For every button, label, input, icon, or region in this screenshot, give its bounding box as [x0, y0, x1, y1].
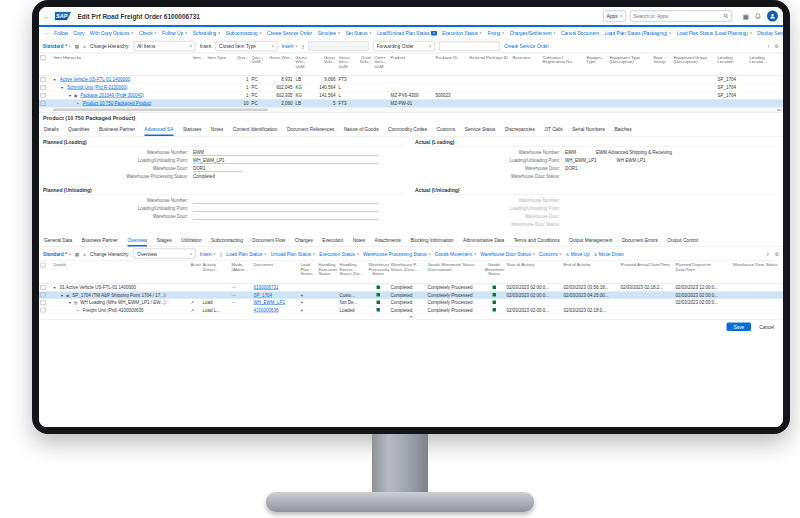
- tab-commodity-codes[interactable]: Commodity Codes: [388, 127, 427, 137]
- search-input[interactable]: Search in: Apps: [630, 11, 732, 22]
- toolbar-button-cancel-document[interactable]: Cancel Document: [561, 30, 599, 36]
- overview-column-item[interactable]: Handling Execution Status: [317, 263, 338, 277]
- row-checkbox[interactable]: [39, 285, 52, 290]
- tab-serial-numbers[interactable]: Serial Numbers: [572, 127, 605, 137]
- overview-column-item[interactable]: Warehouse Door Status: [731, 263, 783, 268]
- field-value-loading-unloading-point[interactable]: [193, 206, 378, 212]
- tab-output-control[interactable]: Output Control: [667, 237, 698, 247]
- items-column-item[interactable]: Gross Wei... UoM: [294, 55, 310, 69]
- back-icon[interactable]: ←: [44, 12, 51, 20]
- expand-caret-icon[interactable]: •: [77, 308, 78, 313]
- overview-bar-item-move-up[interactable]: ∧ Move Up: [566, 251, 590, 257]
- overview-table-row[interactable]: ▾ ▤ WH Loading (Whs WH_EWM_LP1 / EW...) …: [39, 299, 783, 307]
- toolbar-button-with-copy-options[interactable]: With Copy Options ∨: [90, 30, 134, 36]
- items-column-item[interactable]: Qua...: [229, 55, 250, 60]
- tab-notes[interactable]: Notes: [211, 127, 223, 137]
- items-column-item[interactable]: Outer Volu...: [352, 55, 373, 64]
- items-column-item[interactable]: Container / Registration No.: [541, 55, 585, 64]
- horizontal-scrollbar[interactable]: ◂ ▸: [39, 108, 783, 114]
- overview-column-item[interactable]: Goods Movement Status: [483, 263, 505, 277]
- items-column-item[interactable]: Item: [191, 55, 206, 60]
- overview-bar-item-move-down[interactable]: ∨ Move Down: [594, 251, 624, 257]
- items-column-item[interactable]: Loading Location: [716, 55, 748, 64]
- expand-caret-icon[interactable]: ▾: [69, 301, 71, 306]
- expand-caret-icon[interactable]: ▾: [54, 286, 56, 291]
- field-value-warehouse-processing-status[interactable]: Completed: [193, 174, 215, 179]
- tab-administrative-data[interactable]: Administrative Data: [463, 237, 504, 247]
- items-bar-item-document-number-input[interactable]: [439, 42, 500, 51]
- item-link[interactable]: Schmidt Unit (Prd R-0100000): [67, 85, 127, 90]
- tab-output-management[interactable]: Output Management: [569, 237, 612, 247]
- row-checkbox[interactable]: [39, 93, 52, 98]
- overview-column-item[interactable]: Mode... (Abbre...: [230, 263, 252, 272]
- tab-customs[interactable]: Customs: [437, 127, 456, 137]
- toolbar-button-set-status[interactable]: Set Status ∨: [346, 30, 372, 36]
- overview-column-item[interactable]: Goods Movement Status (Description): [426, 263, 483, 272]
- toolbar-button-simulate[interactable]: Simulate ∨: [318, 30, 341, 36]
- overview-column-item[interactable]: Activity: [189, 263, 201, 268]
- overview-bar-item-insert[interactable]: Insert ∨: [200, 251, 216, 257]
- overview-bar-item-warehouse-door-status[interactable]: Warehouse Door Status ∨: [480, 251, 535, 257]
- tab-content-identification[interactable]: Content Identification: [233, 127, 278, 137]
- save-button[interactable]: Save: [726, 322, 751, 331]
- tab-business-partner[interactable]: Business Partner: [99, 127, 135, 137]
- tab-business-partner[interactable]: Business Partner: [82, 237, 118, 247]
- tab-terms-and-conditions[interactable]: Terms and Conditions: [514, 237, 560, 247]
- toolbar-button-check[interactable]: Check ∨: [139, 30, 157, 36]
- overview-bar-table-settings-icon[interactable]: ⚙: [775, 251, 779, 257]
- tab-quantities[interactable]: Quantities: [68, 127, 89, 137]
- document-link[interactable]: 6100006731: [254, 285, 279, 290]
- tab-stages[interactable]: Stages: [157, 237, 172, 247]
- toolbar-button-load-unload-plan-status[interactable]: Load/Unload Plan Status ∨: [377, 30, 437, 36]
- items-bar-table-settings-icon[interactable]: ⚙: [775, 43, 779, 49]
- row-checkbox[interactable]: [39, 77, 52, 82]
- items-bar-item-list-view-icon[interactable]: ≡: [83, 43, 86, 49]
- overview-bar-item-unload-plan-status[interactable]: Unload Plan Status ∨: [271, 251, 316, 257]
- items-bar-item-create-service-order[interactable]: Create Service Order: [504, 43, 549, 49]
- tab-execution[interactable]: Execution: [322, 237, 343, 247]
- overview-column-item[interactable]: Activity (Descr...: [201, 263, 230, 272]
- overview-column-item[interactable]: End of Activity: [562, 263, 619, 268]
- tab-charges[interactable]: Charges: [295, 237, 313, 247]
- items-bar-item-delete-trash-icon[interactable]: ▯: [302, 43, 305, 49]
- tab-document-flow[interactable]: Document Flow: [252, 237, 285, 247]
- tab-nature-of-goods[interactable]: Nature of Goods: [344, 127, 379, 137]
- search-scope-select[interactable]: Apps ∨: [603, 11, 626, 22]
- overview-bar-item-load-plan-status[interactable]: Load Plan Status ∨: [226, 251, 266, 257]
- overview-bar-item-delete-trash-icon[interactable]: ▯: [220, 251, 223, 257]
- toolbar-button-follow[interactable]: Follow: [54, 30, 68, 36]
- tab-document-references[interactable]: Document References: [287, 127, 334, 137]
- items-column-item[interactable]: Equipment Group (Description): [672, 55, 716, 64]
- expand-caret-icon[interactable]: ▾: [54, 77, 56, 82]
- toolbar-button-execution-status[interactable]: Execution Status ∨: [442, 30, 482, 36]
- items-column-item[interactable]: Equipm... Type: [585, 55, 608, 64]
- overview-bar-item-standard[interactable]: Standard * ∨: [43, 251, 71, 257]
- overview-column-item[interactable]: Document: [252, 263, 299, 268]
- tab-overview[interactable]: Overview: [127, 237, 147, 247]
- overview-bar-item-grid-view-icon[interactable]: ▦: [75, 251, 79, 257]
- scrollbar-thumb[interactable]: [53, 109, 268, 112]
- field-value-warehouse-door[interactable]: DOR1: [193, 166, 243, 172]
- toolbar-button-subcontracting[interactable]: Subcontracting ∨: [226, 30, 262, 36]
- tab-subcontracting[interactable]: Subcontracting: [211, 237, 243, 247]
- avatar[interactable]: [767, 11, 778, 22]
- expand-caret-icon[interactable]: ▾: [61, 85, 63, 90]
- toolbar-button-load-plan-status-packaging[interactable]: Load Plan Status (Packaging) ∨: [605, 30, 672, 36]
- items-column-item[interactable]: Equi... Group: [652, 55, 672, 64]
- row-checkbox[interactable]: [39, 300, 52, 305]
- toolbar-button-fixing[interactable]: Fixing ∨: [488, 30, 505, 36]
- items-column-item[interactable]: Item Hierarchy: [52, 55, 191, 60]
- tab-statuses[interactable]: Statuses: [183, 127, 201, 137]
- items-table-row[interactable]: ▾ ▣ Package 201049 (Prd# 300043) 1PC 602…: [39, 92, 783, 100]
- overview-column-item[interactable]: Details: [52, 263, 189, 268]
- toolbar-button-load-plan-status-load-planning[interactable]: Load Plan Status (Load Planning) ∨: [677, 30, 752, 36]
- tab-document-errors[interactable]: Document Errors: [622, 237, 658, 247]
- overview-table-row[interactable]: • Freight Unit (Prd) 4100000636 ↗ Load L…: [39, 307, 783, 315]
- items-bar-sort-icon[interactable]: ↕: [767, 43, 769, 49]
- overview-bar-item-goods-movement[interactable]: Goods Movement ∨: [435, 251, 477, 257]
- expand-caret-icon[interactable]: ▾: [61, 293, 63, 298]
- overview-column-item[interactable]: Warehouse P... Status (Desc...: [389, 263, 426, 272]
- overview-bar-item-execution-status[interactable]: Execution Status ∨: [319, 251, 359, 257]
- overview-table-row[interactable]: ▾ 01 Active Vehicle US-FTL-01 1400000 — …: [39, 284, 783, 292]
- items-column-item[interactable]: Resource: [511, 55, 541, 60]
